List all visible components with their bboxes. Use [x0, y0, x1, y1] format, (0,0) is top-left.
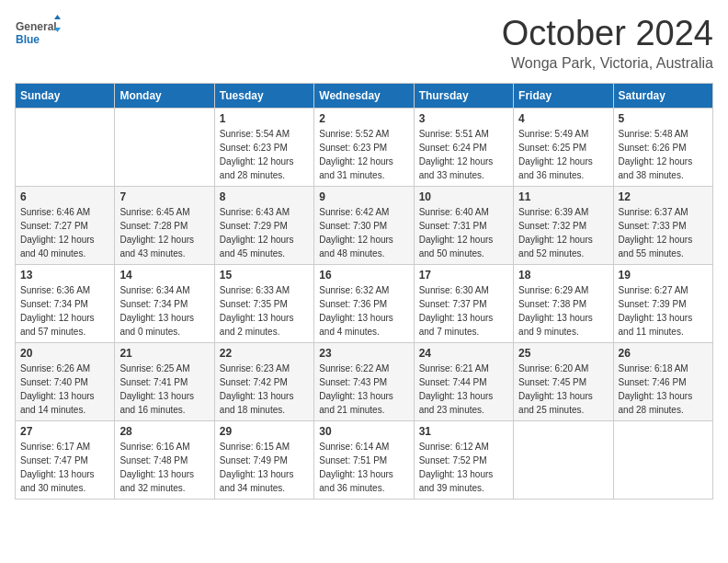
- day-number: 31: [419, 425, 508, 438]
- day-number: 22: [220, 347, 309, 360]
- calendar-day-cell: 28Sunrise: 6:16 AMSunset: 7:48 PMDayligh…: [115, 420, 214, 499]
- day-number: 17: [419, 269, 508, 282]
- day-info: Sunrise: 6:40 AMSunset: 7:31 PMDaylight:…: [419, 205, 508, 260]
- day-number: 28: [119, 425, 209, 438]
- calendar-day-cell: [16, 108, 115, 186]
- svg-text:General: General: [16, 20, 57, 33]
- day-number: 15: [220, 269, 309, 282]
- day-number: 27: [20, 425, 109, 438]
- day-info: Sunrise: 6:27 AMSunset: 7:39 PMDaylight:…: [619, 283, 708, 339]
- calendar-day-cell: [514, 420, 613, 499]
- day-number: 9: [319, 190, 408, 203]
- calendar-day-cell: [115, 108, 214, 186]
- day-number: 21: [119, 347, 209, 360]
- calendar-day-cell: 9Sunrise: 6:42 AMSunset: 7:30 PMDaylight…: [314, 186, 414, 264]
- day-number: 20: [20, 347, 109, 360]
- calendar-day-cell: 14Sunrise: 6:34 AMSunset: 7:34 PMDayligh…: [115, 264, 214, 342]
- day-info: Sunrise: 6:30 AMSunset: 7:37 PMDaylight:…: [419, 283, 508, 339]
- calendar-day-cell: 25Sunrise: 6:20 AMSunset: 7:45 PMDayligh…: [514, 342, 613, 420]
- day-number: 19: [619, 269, 708, 282]
- calendar-day-cell: 4Sunrise: 5:49 AMSunset: 6:25 PMDaylight…: [514, 108, 613, 186]
- day-info: Sunrise: 6:42 AMSunset: 7:30 PMDaylight:…: [319, 205, 408, 260]
- day-info: Sunrise: 6:36 AMSunset: 7:34 PMDaylight:…: [20, 283, 109, 339]
- calendar-week-row: 6Sunrise: 6:46 AMSunset: 7:27 PMDaylight…: [16, 186, 713, 264]
- calendar-day-cell: 11Sunrise: 6:39 AMSunset: 7:32 PMDayligh…: [514, 186, 613, 264]
- day-info: Sunrise: 6:32 AMSunset: 7:36 PMDaylight:…: [319, 283, 408, 339]
- day-info: Sunrise: 6:14 AMSunset: 7:51 PMDaylight:…: [319, 440, 408, 495]
- day-info: Sunrise: 6:25 AMSunset: 7:41 PMDaylight:…: [119, 362, 209, 417]
- day-number: 8: [220, 190, 309, 203]
- day-info: Sunrise: 6:26 AMSunset: 7:40 PMDaylight:…: [20, 362, 109, 417]
- day-number: 13: [20, 269, 109, 282]
- day-info: Sunrise: 5:48 AMSunset: 6:26 PMDaylight:…: [619, 127, 708, 182]
- day-number: 7: [119, 190, 209, 203]
- day-number: 12: [619, 190, 708, 203]
- day-number: 18: [518, 269, 608, 282]
- day-info: Sunrise: 6:23 AMSunset: 7:42 PMDaylight:…: [220, 362, 309, 417]
- day-number: 2: [319, 112, 408, 125]
- calendar-day-cell: 29Sunrise: 6:15 AMSunset: 7:49 PMDayligh…: [214, 420, 313, 499]
- calendar-day-cell: 26Sunrise: 6:18 AMSunset: 7:46 PMDayligh…: [613, 342, 712, 420]
- day-number: 26: [619, 347, 708, 360]
- calendar-day-cell: 12Sunrise: 6:37 AMSunset: 7:33 PMDayligh…: [613, 186, 712, 264]
- day-info: Sunrise: 6:16 AMSunset: 7:48 PMDaylight:…: [119, 440, 209, 495]
- calendar-day-cell: 24Sunrise: 6:21 AMSunset: 7:44 PMDayligh…: [414, 342, 513, 420]
- svg-text:Blue: Blue: [16, 33, 40, 46]
- calendar-day-cell: 17Sunrise: 6:30 AMSunset: 7:37 PMDayligh…: [414, 264, 513, 342]
- calendar-week-row: 1Sunrise: 5:54 AMSunset: 6:23 PMDaylight…: [16, 108, 713, 186]
- day-number: 1: [220, 112, 309, 125]
- weekday-header-cell: Saturday: [613, 83, 712, 108]
- day-info: Sunrise: 6:33 AMSunset: 7:35 PMDaylight:…: [220, 283, 309, 339]
- calendar-day-cell: 1Sunrise: 5:54 AMSunset: 6:23 PMDaylight…: [214, 108, 313, 186]
- day-number: 5: [619, 112, 708, 125]
- day-number: 14: [119, 269, 209, 282]
- calendar-day-cell: 19Sunrise: 6:27 AMSunset: 7:39 PMDayligh…: [613, 264, 712, 342]
- day-info: Sunrise: 5:52 AMSunset: 6:23 PMDaylight:…: [319, 127, 408, 182]
- calendar-table: SundayMondayTuesdayWednesdayThursdayFrid…: [15, 83, 713, 500]
- calendar-day-cell: 10Sunrise: 6:40 AMSunset: 7:31 PMDayligh…: [414, 186, 513, 264]
- day-info: Sunrise: 6:20 AMSunset: 7:45 PMDaylight:…: [518, 362, 608, 417]
- calendar-day-cell: 22Sunrise: 6:23 AMSunset: 7:42 PMDayligh…: [214, 342, 313, 420]
- day-number: 29: [220, 425, 309, 438]
- day-number: 3: [419, 112, 508, 125]
- weekday-header-cell: Wednesday: [314, 83, 414, 108]
- day-info: Sunrise: 5:51 AMSunset: 6:24 PMDaylight:…: [419, 127, 508, 182]
- day-number: 25: [518, 347, 608, 360]
- calendar-week-row: 27Sunrise: 6:17 AMSunset: 7:47 PMDayligh…: [16, 420, 713, 499]
- day-number: 11: [518, 190, 608, 203]
- day-info: Sunrise: 6:37 AMSunset: 7:33 PMDaylight:…: [619, 205, 708, 260]
- calendar-day-cell: 2Sunrise: 5:52 AMSunset: 6:23 PMDaylight…: [314, 108, 414, 186]
- weekday-header-cell: Friday: [514, 83, 613, 108]
- day-info: Sunrise: 6:45 AMSunset: 7:28 PMDaylight:…: [119, 205, 209, 260]
- day-number: 6: [20, 190, 109, 203]
- logo-icon: General Blue: [15, 15, 61, 52]
- day-number: 30: [319, 425, 408, 438]
- day-info: Sunrise: 5:54 AMSunset: 6:23 PMDaylight:…: [220, 127, 309, 182]
- calendar-day-cell: [613, 420, 712, 499]
- day-info: Sunrise: 6:43 AMSunset: 7:29 PMDaylight:…: [220, 205, 309, 260]
- weekday-header-cell: Tuesday: [214, 83, 313, 108]
- location-title: Wonga Park, Victoria, Australia: [502, 55, 713, 72]
- weekday-header-cell: Sunday: [16, 83, 115, 108]
- calendar-day-cell: 7Sunrise: 6:45 AMSunset: 7:28 PMDaylight…: [115, 186, 214, 264]
- title-block: October 2024 Wonga Park, Victoria, Austr…: [502, 15, 713, 72]
- day-number: 24: [419, 347, 508, 360]
- calendar-day-cell: 13Sunrise: 6:36 AMSunset: 7:34 PMDayligh…: [16, 264, 115, 342]
- month-title: October 2024: [502, 15, 713, 53]
- day-number: 23: [319, 347, 408, 360]
- day-info: Sunrise: 6:18 AMSunset: 7:46 PMDaylight:…: [619, 362, 708, 417]
- calendar-day-cell: 30Sunrise: 6:14 AMSunset: 7:51 PMDayligh…: [314, 420, 414, 499]
- logo: General Blue: [15, 15, 61, 52]
- day-number: 10: [419, 190, 508, 203]
- page-header: General Blue October 2024 Wonga Park, Vi…: [15, 15, 713, 72]
- calendar-day-cell: 15Sunrise: 6:33 AMSunset: 7:35 PMDayligh…: [214, 264, 313, 342]
- weekday-header-cell: Thursday: [414, 83, 513, 108]
- day-info: Sunrise: 6:29 AMSunset: 7:38 PMDaylight:…: [518, 283, 608, 339]
- day-number: 4: [518, 112, 608, 125]
- day-info: Sunrise: 6:39 AMSunset: 7:32 PMDaylight:…: [518, 205, 608, 260]
- calendar-day-cell: 5Sunrise: 5:48 AMSunset: 6:26 PMDaylight…: [613, 108, 712, 186]
- calendar-day-cell: 6Sunrise: 6:46 AMSunset: 7:27 PMDaylight…: [16, 186, 115, 264]
- weekday-header-row: SundayMondayTuesdayWednesdayThursdayFrid…: [16, 83, 713, 108]
- day-info: Sunrise: 6:12 AMSunset: 7:52 PMDaylight:…: [419, 440, 508, 495]
- weekday-header-cell: Monday: [115, 83, 214, 108]
